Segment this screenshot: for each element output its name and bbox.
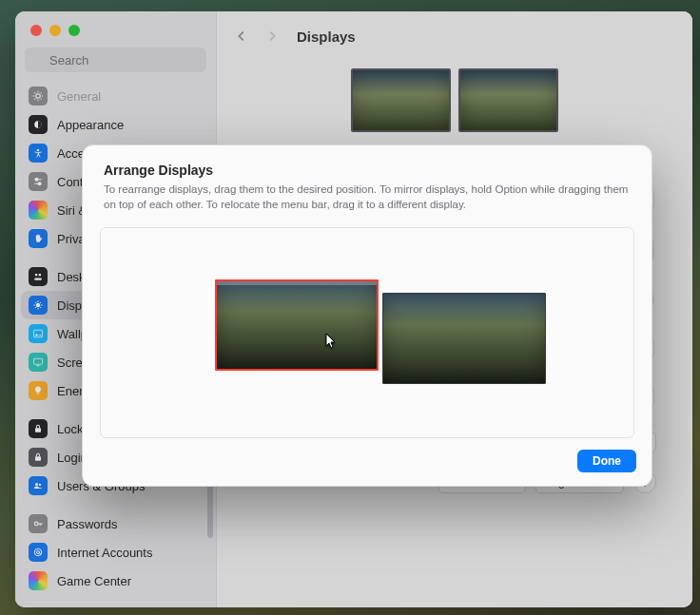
sheet-title: Arrange Displays (104, 163, 631, 178)
cursor-icon (325, 333, 339, 350)
system-settings-window: General Appearance Accessibility Control… (15, 11, 692, 607)
display-tile-primary[interactable] (215, 279, 379, 371)
sheet-header: Arrange Displays To rearrange displays, … (83, 145, 651, 221)
display-tile-secondary[interactable] (382, 293, 546, 384)
menu-bar-indicator[interactable] (217, 281, 377, 285)
arrange-displays-sheet: Arrange Displays To rearrange displays, … (82, 144, 652, 487)
sheet-footer: Done (83, 438, 651, 486)
arrangement-canvas[interactable] (100, 227, 634, 438)
sheet-subtitle: To rearrange displays, drag them to the … (104, 182, 631, 212)
done-button[interactable]: Done (577, 450, 636, 472)
